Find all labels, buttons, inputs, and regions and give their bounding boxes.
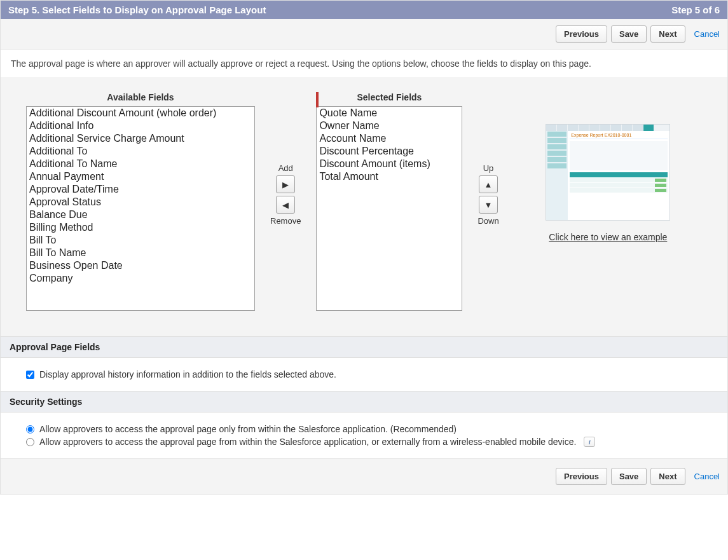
list-item[interactable]: Quote Name (317, 107, 462, 120)
list-item[interactable]: Balance Due (27, 208, 254, 221)
available-fields-label: Available Fields (107, 92, 174, 102)
list-item[interactable]: Bill To Name (27, 247, 254, 259)
available-fields-listbox[interactable]: Additional Discount Amount (whole order)… (26, 106, 255, 311)
info-icon[interactable]: i (584, 437, 595, 447)
available-column: Available Fields Additional Discount Amo… (26, 92, 255, 311)
wizard-page: Step 5. Select Fields to Display on Appr… (0, 0, 728, 495)
display-history-label: Display approval history information in … (39, 369, 336, 379)
move-up-button[interactable]: ▲ (479, 175, 498, 193)
save-button-bottom[interactable]: Save (611, 468, 647, 485)
selected-fields-label: Selected Fields (316, 92, 462, 102)
security-option-2-label: Allow approvers to access the approval p… (39, 437, 576, 447)
list-item[interactable]: Billing Method (27, 221, 254, 234)
security-settings-body: Allow approvers to access the approval p… (1, 413, 727, 458)
previous-button-bottom[interactable]: Previous (556, 468, 607, 485)
remove-label: Remove (270, 216, 301, 226)
arrow-left-icon: ◀ (282, 200, 289, 210)
cancel-link[interactable]: Cancel (694, 29, 720, 39)
list-item[interactable]: Additional To (27, 145, 254, 158)
arrow-down-icon: ▼ (484, 200, 493, 210)
previous-button[interactable]: Previous (556, 25, 607, 43)
intro-text: The approval page is where an approver w… (1, 50, 727, 78)
next-button[interactable]: Next (650, 25, 685, 43)
list-item[interactable]: Additional Discount Amount (whole order) (27, 107, 254, 120)
bottom-toolbar: Previous Save Next Cancel (1, 458, 727, 494)
list-item[interactable]: Company (27, 272, 254, 285)
list-item[interactable]: Bill To (27, 234, 254, 247)
list-item[interactable]: Owner Name (317, 120, 462, 132)
example-column: Expense Report EX2010-0001 Click here to… (514, 124, 702, 242)
security-option-1-label: Allow approvers to access the approval p… (39, 424, 457, 434)
down-label: Down (477, 216, 498, 226)
list-item[interactable]: Additional To Name (27, 158, 254, 170)
list-item[interactable]: Approval Date/Time (27, 183, 254, 196)
remove-button[interactable]: ◀ (276, 196, 295, 214)
required-indicator-icon (316, 92, 319, 107)
security-option-1-radio[interactable] (26, 425, 34, 434)
add-button[interactable]: ▶ (276, 175, 295, 193)
cancel-link-bottom[interactable]: Cancel (694, 472, 720, 481)
list-item[interactable]: Annual Payment (27, 170, 254, 183)
dual-list-picker: Available Fields Additional Discount Amo… (1, 78, 727, 336)
add-remove-controls: Add ▶ ◀ Remove (270, 162, 301, 227)
reorder-controls: Up ▲ ▼ Down (477, 162, 498, 227)
view-example-link[interactable]: Click here to view an example (549, 232, 667, 242)
step-title: Step 5. Select Fields to Display on Appr… (8, 4, 266, 15)
list-item[interactable]: Additional Info (27, 120, 254, 132)
approval-page-fields-body: Display approval history information in … (1, 358, 727, 391)
list-item[interactable]: Account Name (317, 132, 462, 145)
list-item[interactable]: Total Amount (317, 170, 462, 183)
next-button-bottom[interactable]: Next (650, 468, 685, 485)
save-button[interactable]: Save (611, 25, 647, 43)
selected-column: Selected Fields Quote NameOwner NameAcco… (316, 92, 462, 311)
list-item[interactable]: Approval Status (27, 196, 254, 208)
list-item[interactable]: Discount Amount (items) (317, 158, 462, 170)
security-option-2-row[interactable]: Allow approvers to access the approval p… (26, 437, 702, 447)
step-header: Step 5. Select Fields to Display on Appr… (1, 1, 727, 19)
display-history-checkbox[interactable] (26, 371, 34, 379)
add-label: Add (278, 163, 293, 173)
up-label: Up (483, 163, 494, 173)
example-thumbnail[interactable]: Expense Report EX2010-0001 (546, 124, 670, 221)
display-history-row[interactable]: Display approval history information in … (26, 369, 702, 379)
move-down-button[interactable]: ▼ (479, 196, 498, 214)
security-settings-header: Security Settings (1, 391, 727, 413)
step-counter: Step 5 of 6 (671, 4, 720, 15)
security-option-1-row[interactable]: Allow approvers to access the approval p… (26, 424, 702, 434)
arrow-up-icon: ▲ (484, 180, 493, 189)
security-option-2-radio[interactable] (26, 438, 34, 446)
top-toolbar: Previous Save Next Cancel (1, 19, 727, 50)
approval-page-fields-header: Approval Page Fields (1, 336, 727, 358)
list-item[interactable]: Additional Service Charge Amount (27, 132, 254, 145)
selected-fields-listbox[interactable]: Quote NameOwner NameAccount NameDiscount… (316, 106, 462, 311)
list-item[interactable]: Discount Percentage (317, 145, 462, 158)
list-item[interactable]: Business Open Date (27, 259, 254, 272)
arrow-right-icon: ▶ (282, 180, 289, 189)
